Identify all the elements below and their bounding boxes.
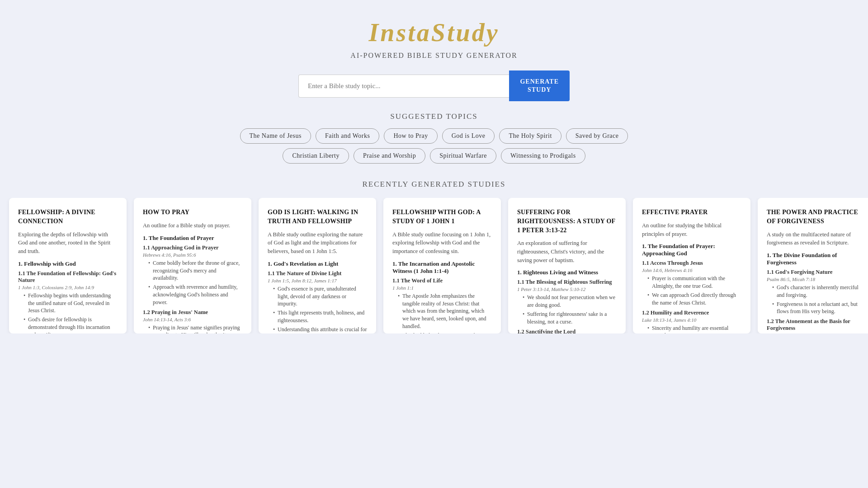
card-bullet: Approach with reverence and humility, ac… [148,283,242,306]
card-bullet: God's essence is pure, unadulterated lig… [273,285,367,308]
cards-list: Fellowship: A Divine ConnectionExploring… [0,198,868,333]
card-bullet: This highlights the importance of a pers… [398,332,492,334]
card-intro: A Bible study outline exploring the natu… [268,230,367,256]
card-subsection: 1.1 The Nature of Divine Light [268,270,367,277]
topic-chip[interactable]: Christian Liberty [283,148,349,164]
card-intro: A study on the multifaceted nature of fo… [767,230,866,248]
card-section: 1. The Divine Foundation of Forgiveness [767,252,866,266]
card-bullet: This light represents truth, holiness, a… [273,309,367,324]
card-bullet: God's character is inherently merciful a… [772,284,866,299]
card-ref: 1 John 1:1 [392,285,492,291]
card-subsection: 1.2 Sanctifying the Lord [517,328,617,334]
page-container: InstaStudy AI-Powered Bible Study Genera… [0,0,868,361]
card-title: Fellowship: A Divine Connection [18,208,118,225]
recent-studies-title: Recently Generated Studies [0,180,868,189]
card-title: The Power and Practice of Forgiveness [767,208,866,225]
card-section: 1. The Foundation of Prayer [143,235,242,242]
card-subsection: 1.1 Access Through Jesus [642,260,741,267]
card-subsection: 1.1 Approaching God in Prayer [143,244,242,251]
card-bullet: God's desire for fellowship is demonstra… [24,316,118,333]
header: InstaStudy AI-Powered Bible Study Genera… [0,18,868,60]
card-title: God is Light: Walking in Truth and Fello… [268,208,367,225]
generate-button[interactable]: GENERATESTUDY [509,70,570,101]
study-card: How to PrayAn outline for a Bible study … [134,198,251,333]
card-bullet: The Apostle John emphasizes the tangible… [398,292,492,330]
search-section: GENERATESTUDY [298,70,570,101]
card-subsection: 1.1 The Word of Life [392,277,492,284]
card-title: Suffering for Righteousness: A Study of … [517,208,617,235]
card-intro: An exploration of suffering for righteou… [517,239,617,264]
card-title: Fellowship with God: A Study of 1 John 1 [392,208,492,225]
card-section: 1. God's Revelation as Light [268,260,367,267]
card-bullet: Understanding this attribute is crucial … [273,326,367,334]
card-ref: 1 John 1:3, Colossians 2:9, John 14:9 [18,285,118,290]
topic-chip[interactable]: The Holy Spirit [499,128,561,144]
card-intro: An outline for a Bible study on prayer. [143,221,242,230]
card-section: 1. The Incarnation and Apostolic Witness… [392,260,492,275]
study-card: Effective PrayerAn outline for studying … [633,198,750,333]
card-title: Effective Prayer [642,208,741,217]
topics-list: The Name of JesusFaith and WorksHow to P… [231,128,637,164]
card-bullet: We can approach God directly through the… [647,291,741,307]
card-bullet: Sincerity and humility are essential att… [647,324,741,334]
recent-studies-section: Recently Generated Studies Fellowship: A… [0,180,868,333]
topic-chip[interactable]: How to Pray [384,128,437,144]
card-section: 1. The Foundation of Prayer: Approaching… [642,243,741,257]
topic-chip[interactable]: God is Love [442,128,495,144]
card-ref: John 14:6, Hebrews 4:16 [642,267,741,273]
card-ref: 1 John 1:5, John 8:12, James 1:17 [268,278,367,283]
card-bullet: Prayer is communication with the Almight… [647,275,741,290]
card-ref: Psalm 86:5, Micah 7:18 [767,277,866,282]
topic-chip[interactable]: Saved by Grace [566,128,628,144]
card-subsection: 1.2 Humility and Reverence [642,310,741,316]
card-subsection: 1.2 The Atonement as the Basis for Forgi… [767,318,866,332]
card-subsection: 1.1 God's Forgiving Nature [767,269,866,276]
suggested-topics-section: Suggested Topics The Name of JesusFaith … [0,112,868,164]
topic-chip[interactable]: Witnessing to Prodigals [501,148,585,164]
card-ref: Luke 18:13-14, James 4:10 [642,317,741,323]
study-card: God is Light: Walking in Truth and Fello… [259,198,376,333]
card-bullet: Come boldly before the throne of grace, … [148,259,242,282]
card-subsection: 1.1 The Blessing of Righteous Suffering [517,279,617,286]
card-intro: An outline for studying the biblical pri… [642,221,741,239]
card-bullet: Suffering for righteousness' sake is a b… [523,310,617,326]
card-subsection: 1.2 Praying in Jesus' Name [143,309,242,316]
card-bullet: Fellowship begins with understanding the… [24,292,118,314]
card-ref: Hebrews 4:16, Psalm 95:6 [143,252,242,258]
topic-chip[interactable]: The Name of Jesus [240,128,311,144]
topic-chip[interactable]: Faith and Works [316,128,379,144]
study-card: The Power and Practice of ForgivenessA s… [758,198,868,333]
card-subsection: 1.1 The Foundation of Fellowship: God's … [18,270,118,284]
suggested-topics-title: Suggested Topics [0,112,868,121]
study-card: Fellowship: A Divine ConnectionExploring… [9,198,127,333]
card-bullet: We should not fear persecution when we a… [523,294,617,309]
card-bullet: Forgiveness is not a reluctant act, but … [772,300,866,316]
card-title: How to Pray [143,208,242,217]
card-bullet: Praying in Jesus' name signifies praying… [148,324,242,334]
study-card: Suffering for Righteousness: A Study of … [508,198,626,333]
topic-chip[interactable]: Praise and Worship [354,148,425,164]
topic-chip[interactable]: Spiritual Warfare [430,148,496,164]
app-subtitle: AI-Powered Bible Study Generator [0,52,868,60]
card-section: 1. Fellowship with God [18,260,118,267]
card-intro: Exploring the depths of fellowship with … [18,230,118,256]
search-input[interactable] [298,75,509,98]
card-section: 1. Righteous Living and Witness [517,269,617,276]
study-card: Fellowship with God: A Study of 1 John 1… [383,198,501,333]
card-ref: John 14:13-14, Acts 3:6 [143,317,242,322]
card-ref: 1 Peter 3:13-14, Matthew 5:10-12 [517,286,617,292]
app-logo: InstaStudy [0,18,868,47]
card-intro: A Bible study outline focusing on 1 John… [392,230,492,256]
